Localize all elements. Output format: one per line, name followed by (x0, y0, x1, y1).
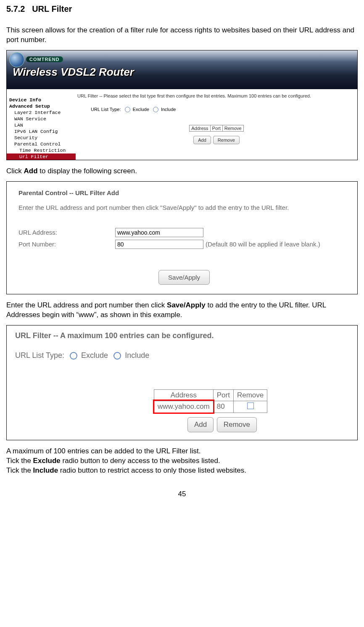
sidebar-item-wan[interactable]: WAN Service (7, 116, 76, 122)
s3-exclude-radio[interactable] (70, 352, 77, 360)
heading-number: 5.7.2 (6, 4, 25, 13)
sidebar-item-advanced-setup[interactable]: Advanced Setup (7, 103, 76, 109)
sidebar-item-layer2[interactable]: Layer2 Interface (7, 109, 76, 116)
brand-label: COMTREND (26, 56, 63, 62)
s3-remove-button[interactable]: Remove (217, 417, 257, 432)
s3-list-type-label: URL List Type: (15, 351, 64, 360)
click-add-para: Click Add to display the following scree… (6, 167, 358, 176)
exclude-radio[interactable] (125, 107, 130, 112)
s3-title: URL Filter -- A maximum 100 entries can … (15, 331, 351, 340)
include-radio[interactable] (153, 107, 158, 112)
page-number: 45 (6, 490, 358, 498)
router-sidebar: Device Info Advanced Setup Layer2 Interf… (7, 89, 76, 160)
port-hint: (Default 80 will be applied if leave bla… (206, 241, 320, 248)
sidebar-item-lan[interactable]: LAN (7, 122, 76, 128)
remove-button[interactable]: Remove (213, 136, 240, 144)
sidebar-item-parental[interactable]: Parental Control (7, 141, 76, 147)
enter-url-para: Enter the URL address and port number th… (6, 301, 358, 320)
url-address-input[interactable] (115, 228, 203, 237)
s3-include-radio[interactable] (113, 352, 121, 360)
sidebar-item-url-filter[interactable]: Url Filter (7, 153, 76, 160)
col-port: Port (210, 125, 222, 132)
s3-col-port: Port (213, 389, 233, 401)
form-intro: Enter the URL address and port number th… (18, 204, 350, 211)
max-entries-text: A maximum of 100 entries can be added to… (6, 447, 358, 456)
exclude-para: Tick the Exclude radio button to deny ac… (6, 456, 358, 466)
s3-row-port: 80 (213, 401, 233, 413)
router-main-panel: URL Filter -- Please select the list typ… (76, 89, 357, 160)
s3-exclude-label: Exclude (81, 351, 108, 360)
add-button[interactable]: Add (193, 136, 211, 144)
s3-url-table: Address Port Remove www.yahoo.com 80 (154, 389, 267, 413)
s3-row-address: www.yahoo.com (154, 401, 214, 413)
sidebar-item-security[interactable]: Security (7, 135, 76, 141)
sidebar-item-time-restriction[interactable]: Time Restriction (7, 147, 76, 153)
section-heading: 5.7.2 URL Filter (6, 4, 358, 14)
router-banner: COMTREND Wireless VDSL2 Router (7, 50, 357, 89)
form-title: Parental Control -- URL Filter Add (18, 189, 350, 196)
include-para: Tick the Include radio button to restric… (6, 466, 358, 476)
sidebar-item-ipv6[interactable]: IPv6 LAN Config (7, 128, 76, 135)
s3-col-address: Address (154, 389, 214, 401)
s3-row-remove-checkbox[interactable] (247, 402, 254, 409)
port-number-input[interactable] (115, 240, 203, 249)
col-address: Address (190, 125, 210, 132)
s3-col-remove: Remove (233, 389, 267, 401)
screenshot-url-filter-list: URL Filter -- A maximum 100 entries can … (6, 325, 358, 440)
s3-add-button[interactable]: Add (187, 417, 214, 432)
sidebar-item-device-info[interactable]: Device Info (7, 97, 76, 103)
heading-text: URL Filter (32, 4, 72, 13)
globe-icon (9, 52, 24, 67)
s3-include-label: Include (125, 351, 149, 360)
col-remove: Remove (222, 125, 243, 132)
url-filter-hint: URL Filter -- Please select the list typ… (77, 93, 356, 98)
save-apply-button[interactable]: Save/Apply (158, 270, 210, 285)
include-label: Include (161, 107, 176, 112)
url-address-label: URL Address: (18, 229, 115, 236)
intro-para: This screen allows for the creation of a… (6, 26, 358, 45)
url-list-type-label: URL List Type: (91, 107, 121, 112)
url-filter-table: Address Port Remove (189, 125, 244, 132)
exclude-label: Exclude (133, 107, 149, 112)
port-number-label: Port Number: (18, 241, 115, 248)
screenshot-router-ui: COMTREND Wireless VDSL2 Router Device In… (6, 50, 358, 160)
screenshot-url-filter-add: Parental Control -- URL Filter Add Enter… (6, 181, 358, 294)
product-title: Wireless VDSL2 Router (13, 66, 134, 79)
